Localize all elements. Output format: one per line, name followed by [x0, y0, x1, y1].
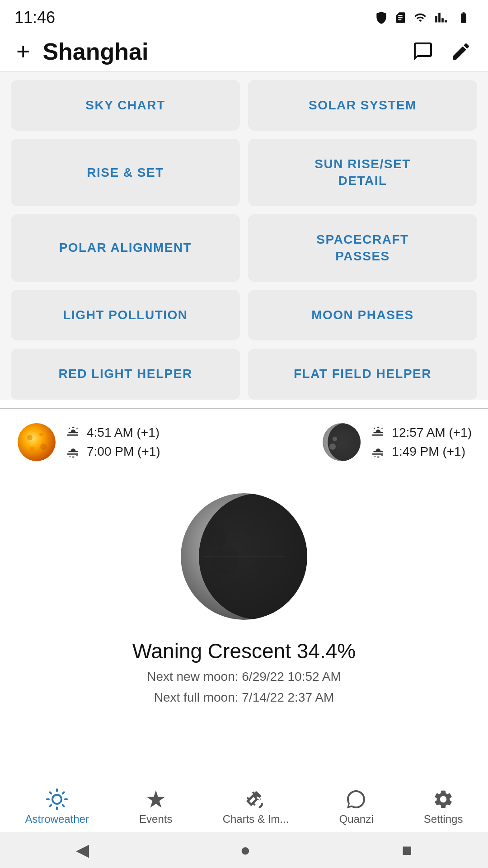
light-pollution-button[interactable]: LIGHT POLLUTION [11, 290, 240, 340]
moon-set-row: 1:49 PM (+1) [371, 444, 472, 459]
grid-row-3: POLAR ALIGNMENT SPACECRAFTPASSES [11, 214, 477, 282]
moon-cell: 12:57 AM (+1) 1:49 PM (+1) [321, 422, 472, 462]
sun-rise-time: 4:51 AM (+1) [87, 425, 160, 440]
svg-point-8 [333, 437, 337, 441]
nav-settings-label: Settings [424, 813, 463, 826]
settings-icon [432, 788, 454, 810]
nav-astroweather[interactable]: Astroweather [25, 788, 89, 826]
sky-chart-button[interactable]: SKY CHART [11, 80, 240, 131]
sim-icon [394, 10, 407, 25]
edit-icon[interactable] [450, 41, 472, 62]
grid-row-2: RISE & SET SUN RISE/SETDETAIL [11, 139, 477, 206]
moon-small-image [321, 422, 362, 462]
svg-line-29 [63, 792, 64, 793]
sun-cell: 4:51 AM (+1) 7:00 PM (+1) [16, 422, 160, 462]
signal-icon [434, 11, 448, 24]
status-icons [374, 10, 474, 25]
nav-events[interactable]: Events [139, 788, 172, 826]
nav-events-label: Events [139, 813, 172, 826]
moon-set-time: 1:49 PM (+1) [392, 444, 465, 459]
moon-phase-large [176, 489, 312, 624]
quanzi-icon [345, 788, 367, 810]
grid-row-5: RED LIGHT HELPER FLAT FIELD HELPER [11, 349, 477, 399]
astro-row: 4:51 AM (+1) 7:00 PM (+1) [0, 409, 488, 475]
moon-rise-time: 12:57 AM (+1) [392, 425, 472, 440]
page-title: Shanghai [42, 38, 148, 65]
status-bar: 11:46 [0, 0, 488, 32]
message-icon[interactable] [412, 41, 434, 62]
sun-times: 4:51 AM (+1) 7:00 PM (+1) [66, 425, 160, 459]
sun-image [16, 422, 57, 462]
grid-row-4: LIGHT POLLUTION MOON PHASES [11, 290, 477, 340]
moonset-icon [371, 444, 385, 459]
astroweather-icon [46, 788, 68, 810]
moon-times: 12:57 AM (+1) 1:49 PM (+1) [371, 425, 472, 459]
android-nav: ◀ ● ■ [0, 832, 488, 868]
svg-point-2 [39, 433, 43, 436]
next-full-moon: Next full moon: 7/14/22 2:37 AM [154, 690, 334, 705]
sun-set-time: 7:00 PM (+1) [87, 444, 160, 459]
grid-section: SKY CHART SOLAR SYSTEM RISE & SET SUN RI… [0, 72, 488, 400]
moonrise-icon [371, 425, 385, 440]
nav-quanzi-label: Quanzi [339, 813, 373, 826]
flat-field-helper-button[interactable]: FLAT FIELD HELPER [248, 349, 477, 399]
sun-rise-set-detail-button[interactable]: SUN RISE/SETDETAIL [248, 139, 477, 206]
add-button[interactable]: + [16, 38, 30, 65]
back-button[interactable]: ◀ [76, 840, 89, 860]
svg-point-1 [27, 435, 33, 440]
nav-settings[interactable]: Settings [424, 788, 463, 826]
moon-phase-section: Waning Crescent 34.4% Next new moon: 6/2… [0, 475, 488, 718]
solar-system-button[interactable]: SOLAR SYSTEM [248, 80, 477, 131]
sun-set-row: 7:00 PM (+1) [66, 444, 160, 459]
moon-rise-row: 12:57 AM (+1) [371, 425, 472, 440]
spacecraft-passes-button[interactable]: SPACECRAFTPASSES [248, 214, 477, 282]
sunrise-icon [66, 425, 80, 440]
red-light-helper-button[interactable]: RED LIGHT HELPER [11, 349, 240, 399]
next-new-moon: Next new moon: 6/29/22 10:52 AM [147, 670, 341, 684]
wifi-icon [412, 11, 428, 24]
svg-point-9 [329, 443, 336, 450]
nav-quanzi[interactable]: Quanzi [339, 788, 373, 826]
svg-line-24 [50, 792, 52, 793]
grid-row-1: SKY CHART SOLAR SYSTEM [11, 80, 477, 131]
bottom-nav: Astroweather Events Charts & Im... Quanz… [0, 780, 488, 832]
svg-point-0 [18, 423, 56, 461]
sun-rise-row: 4:51 AM (+1) [66, 425, 160, 440]
home-button[interactable]: ● [240, 840, 251, 860]
shield-icon [374, 10, 389, 25]
svg-point-21 [52, 795, 61, 804]
nav-charts[interactable]: Charts & Im... [223, 788, 289, 826]
rise-set-button[interactable]: RISE & SET [11, 139, 240, 206]
status-time: 11:46 [14, 8, 55, 27]
top-bar-left: + Shanghai [16, 38, 148, 65]
battery-icon [454, 11, 474, 24]
svg-line-28 [50, 805, 52, 807]
moon-phase-label: Waning Crescent 34.4% [132, 639, 356, 663]
sunset-icon [66, 444, 80, 459]
top-bar: + Shanghai [0, 32, 488, 72]
nav-astroweather-label: Astroweather [25, 813, 89, 826]
svg-point-7 [328, 423, 362, 461]
svg-line-25 [63, 805, 64, 807]
svg-point-3 [40, 443, 47, 450]
charts-icon [245, 788, 267, 810]
nav-charts-label: Charts & Im... [223, 813, 289, 826]
recent-button[interactable]: ■ [402, 840, 413, 860]
top-bar-right [412, 41, 472, 62]
events-icon [145, 788, 167, 810]
moon-phases-button[interactable]: MOON PHASES [248, 290, 477, 340]
svg-point-4 [30, 447, 34, 451]
polar-alignment-button[interactable]: POLAR ALIGNMENT [11, 214, 240, 282]
